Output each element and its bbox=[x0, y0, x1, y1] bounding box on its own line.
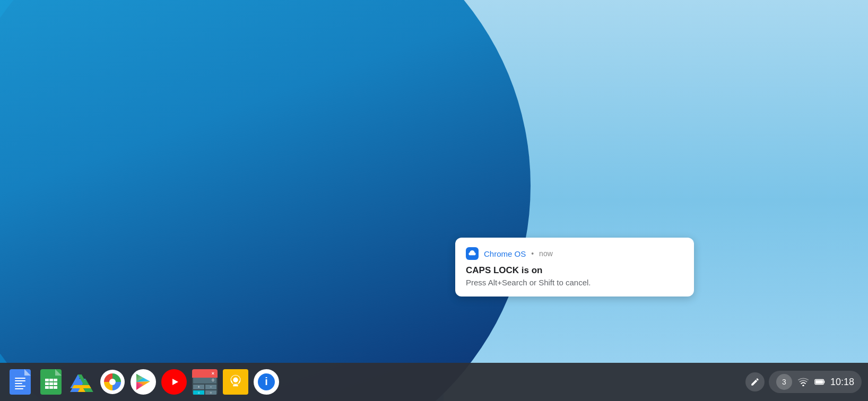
app-photos[interactable] bbox=[99, 368, 126, 396]
info-icon: i bbox=[254, 369, 279, 395]
svg-text:i: i bbox=[265, 376, 268, 387]
notification-count-badge: 3 bbox=[776, 374, 792, 390]
stylus-tray-item[interactable] bbox=[745, 372, 765, 391]
notification-time: now bbox=[539, 249, 553, 258]
pen-icon bbox=[745, 372, 765, 391]
svg-marker-6 bbox=[72, 385, 91, 388]
photos-icon bbox=[100, 370, 125, 394]
chrome-os-app-icon bbox=[466, 247, 479, 260]
sheets-icon bbox=[40, 369, 62, 395]
wifi-icon bbox=[797, 378, 809, 386]
app-keep[interactable] bbox=[222, 368, 249, 396]
calculator-icon: × 0 + − = ÷ bbox=[192, 369, 218, 395]
wallpaper bbox=[0, 0, 868, 401]
tray-cluster[interactable]: 3 bbox=[769, 371, 862, 393]
play-icon bbox=[131, 369, 156, 395]
svg-point-7 bbox=[109, 379, 116, 385]
docs-icon bbox=[10, 369, 31, 395]
notification-body: Press Alt+Search or Shift to cancel. bbox=[466, 278, 683, 287]
keep-icon bbox=[223, 369, 248, 395]
svg-rect-11 bbox=[233, 387, 238, 388]
drive-icon bbox=[70, 370, 94, 394]
clock: 10:18 bbox=[830, 377, 854, 388]
notification-card: Chrome OS • now CAPS LOCK is on Press Al… bbox=[455, 238, 694, 297]
taskbar-apps: × 0 + − = ÷ bbox=[6, 368, 745, 396]
svg-rect-19 bbox=[815, 380, 823, 384]
svg-rect-12 bbox=[234, 387, 237, 388]
app-play[interactable] bbox=[129, 368, 157, 396]
svg-rect-18 bbox=[824, 381, 825, 383]
notification-title: CAPS LOCK is on bbox=[466, 265, 683, 276]
notification-app-name: Chrome OS bbox=[484, 249, 526, 258]
svg-point-16 bbox=[802, 385, 804, 386]
app-calculator[interactable]: × 0 + − = ÷ bbox=[191, 368, 219, 396]
app-docs[interactable] bbox=[6, 368, 34, 396]
battery-icon bbox=[814, 378, 825, 386]
taskbar: × 0 + − = ÷ bbox=[0, 363, 868, 401]
desktop: Chrome OS • now CAPS LOCK is on Press Al… bbox=[0, 0, 868, 401]
notification-separator: • bbox=[531, 249, 534, 258]
notification-header: Chrome OS • now bbox=[466, 247, 683, 260]
app-sheets[interactable] bbox=[37, 368, 65, 396]
youtube-icon bbox=[161, 369, 187, 395]
svg-point-13 bbox=[233, 378, 238, 382]
svg-marker-8 bbox=[172, 379, 178, 385]
app-youtube[interactable] bbox=[160, 368, 188, 396]
svg-rect-10 bbox=[233, 385, 238, 387]
app-info[interactable]: i bbox=[253, 368, 280, 396]
system-tray: 3 bbox=[745, 371, 862, 393]
app-drive[interactable] bbox=[68, 368, 96, 396]
